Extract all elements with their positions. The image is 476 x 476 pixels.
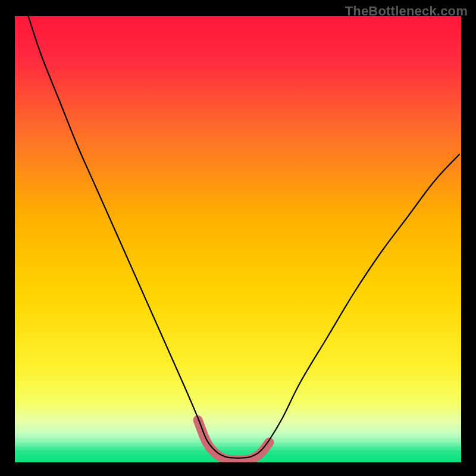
watermark-text: TheBottleneck.com — [345, 4, 468, 19]
gradient-plot-area — [15, 16, 461, 462]
bottleneck-chart — [0, 0, 476, 476]
chart-stage: TheBottleneck.com — [0, 0, 476, 476]
